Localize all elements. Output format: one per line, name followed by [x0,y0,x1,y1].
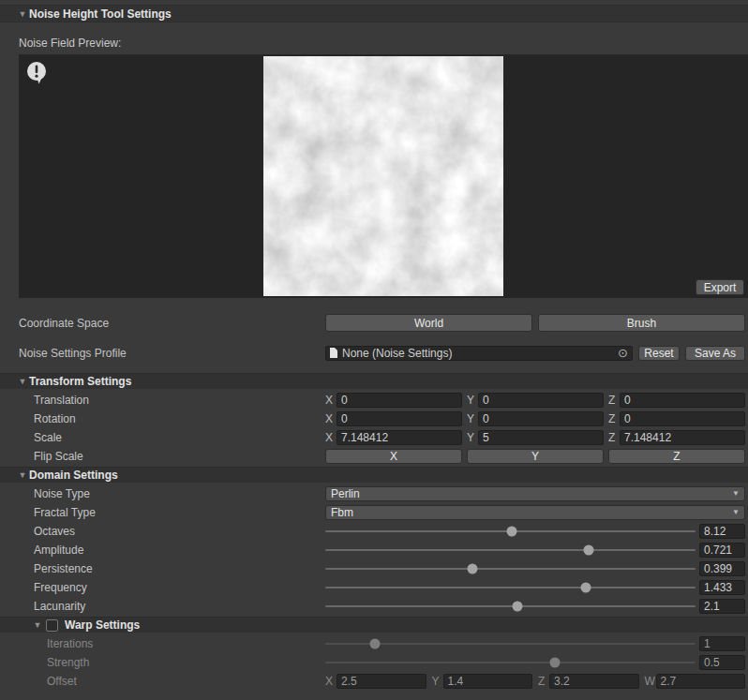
domain-settings-foldout[interactable]: ▼ Domain Settings [0,467,748,483]
preview-label: Noise Field Preview: [19,37,748,50]
x-axis-prefix: X [325,394,337,407]
panel-title: Noise Height Tool Settings [29,7,172,21]
scale-x-field[interactable]: 7.148412 [337,430,462,445]
object-picker-icon[interactable]: ⊙ [618,347,628,359]
slider-knob[interactable] [584,545,594,556]
slider-track[interactable] [325,587,696,588]
warp-settings-checkbox[interactable] [46,619,58,632]
lacunarity-value-field[interactable]: 2.1 [699,599,745,614]
rotation-y-field[interactable]: 0 [478,411,604,426]
noise-settings-profile-row: Noise Settings Profile None (Noise Setti… [0,345,745,361]
flip-scale-y-button[interactable]: Y [467,449,604,464]
octaves-row: Octaves 8.12 [0,523,745,539]
rotation-z-field[interactable]: 0 [620,411,745,426]
iterations-label: Iterations [0,637,325,650]
y-axis-prefix: Y [467,412,478,425]
slider-knob [369,639,380,649]
transform-settings-foldout[interactable]: ▼ Transform Settings [0,373,748,389]
rotation-label: Rotation [0,412,325,425]
persistence-slider[interactable] [325,560,696,576]
amplitude-row: Amplitude 0.721 [0,542,745,558]
export-button[interactable]: Export [696,279,744,295]
warning-bubble-icon [25,61,48,87]
slider-track [325,643,696,645]
z-axis-prefix: Z [608,412,620,425]
octaves-label: Octaves [0,525,325,538]
strength-label: Strength [0,656,325,669]
amplitude-slider[interactable] [325,542,696,558]
noise-type-label: Noise Type [0,487,325,500]
z-axis-prefix: Z [538,675,549,688]
scale-y-field[interactable]: 5 [478,430,604,445]
offset-label: Offset [0,675,325,688]
scale-label: Scale [0,431,325,444]
frequency-slider[interactable] [325,579,696,595]
fractal-type-dropdown[interactable]: Fbm ▼ [325,505,745,520]
transform-settings-header: Transform Settings [29,375,131,388]
lacunarity-label: Lacunarity [0,600,325,613]
foldout-triangle-icon[interactable]: ▼ [16,9,29,19]
foldout-triangle-icon[interactable]: ▼ [31,620,44,630]
translation-z-field[interactable]: 0 [620,393,745,408]
panel-header-foldout[interactable]: ▼ Noise Height Tool Settings [0,5,748,22]
foldout-triangle-icon[interactable]: ▼ [16,470,29,480]
slider-knob[interactable] [507,527,517,537]
coordinate-space-world-button[interactable]: World [325,314,532,332]
profile-label: Noise Settings Profile [0,347,325,360]
slider-knob[interactable] [581,583,591,593]
coordinate-space-row: Coordinate Space World Brush [0,314,745,332]
x-axis-prefix: X [325,431,337,444]
x-axis-prefix: X [325,675,337,688]
offset-w-field: 2.7 [656,674,746,689]
flip-scale-x-button[interactable]: X [325,449,462,464]
octaves-value-field[interactable]: 8.12 [699,524,745,539]
offset-row: Offset X2.5 Y1.4 Z3.2 W2.7 [0,673,745,689]
coordinate-space-label: Coordinate Space [0,317,325,330]
frequency-value-field[interactable]: 1.433 [699,580,745,595]
slider-knob[interactable] [513,602,523,612]
rotation-x-field[interactable]: 0 [337,411,462,426]
y-axis-prefix: Y [467,431,478,444]
translation-x-field[interactable]: 0 [337,393,462,408]
scale-z-field[interactable]: 7.148412 [620,430,745,445]
persistence-value-field[interactable]: 0.399 [699,561,745,576]
warp-settings-foldout[interactable]: ▼ Warp Settings [0,617,748,633]
octaves-slider[interactable] [325,523,696,539]
offset-y-field: 1.4 [443,674,533,689]
fractal-type-label: Fractal Type [0,506,325,519]
coordinate-space-brush-button[interactable]: Brush [538,314,745,332]
fractal-type-value: Fbm [331,506,353,519]
amplitude-value-field[interactable]: 0.721 [699,543,745,558]
slider-track[interactable] [325,605,696,607]
foldout-triangle-icon[interactable]: ▼ [16,377,29,386]
slider-track[interactable] [325,568,696,570]
persistence-label: Persistence [0,562,325,575]
translation-row: Translation X0 Y0 Z0 [0,392,745,408]
strength-value-field: 0.5 [699,655,745,670]
object-field-value: None (Noise Settings) [342,347,452,360]
reset-button[interactable]: Reset [638,346,680,361]
slider-knob[interactable] [468,564,478,574]
w-axis-prefix: W [645,675,656,688]
noise-type-row: Noise Type Perlin ▼ [0,485,745,501]
noise-height-tool-panel: ▼ Noise Height Tool Settings Noise Field… [0,5,748,689]
fractal-type-row: Fractal Type Fbm ▼ [0,504,745,520]
flip-scale-row: Flip Scale X Y Z [0,448,745,464]
z-axis-prefix: Z [608,394,620,407]
rotation-row: Rotation X0 Y0 Z0 [0,410,745,426]
slider-track [325,662,696,663]
scale-row: Scale X7.148412 Y5 Z7.148412 [0,429,745,445]
offset-x-field: 2.5 [337,674,426,689]
noise-settings-object-field[interactable]: None (Noise Settings) ⊙ [325,346,633,361]
save-as-button[interactable]: Save As [685,346,745,361]
x-axis-prefix: X [325,412,337,425]
strength-slider [325,654,696,670]
translation-y-field[interactable]: 0 [478,393,604,408]
lacunarity-slider[interactable] [325,598,696,614]
slider-track[interactable] [325,549,696,551]
frequency-row: Frequency 1.433 [0,579,745,595]
slider-knob [549,658,560,668]
noise-type-dropdown[interactable]: Perlin ▼ [325,486,745,501]
flip-scale-z-button[interactable]: Z [608,449,745,464]
domain-settings-header: Domain Settings [29,469,118,482]
